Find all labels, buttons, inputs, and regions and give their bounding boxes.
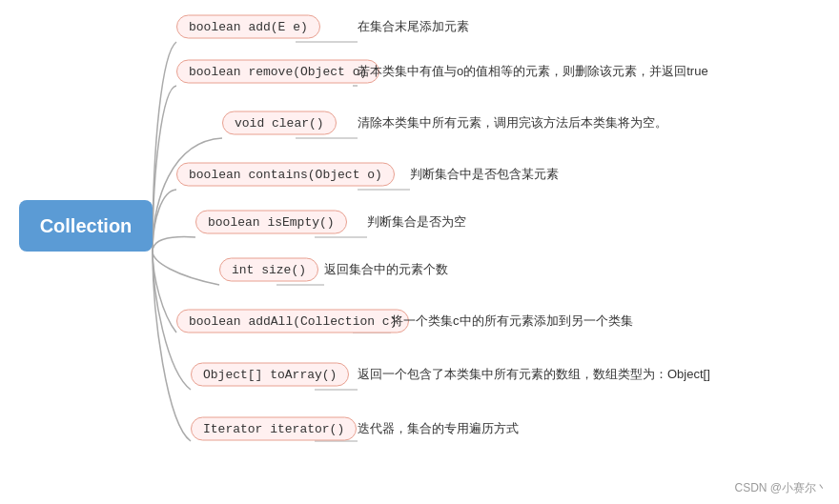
desc-addall: 将一个类集c中的所有元素添加到另一个类集 bbox=[391, 312, 633, 330]
desc-iterator: 迭代器，集合的专用遍历方式 bbox=[358, 420, 519, 437]
desc-size: 返回集合中的元素个数 bbox=[324, 261, 448, 278]
diagram-container: Collection boolean add(E e) 在集合末尾添加元素 bo… bbox=[0, 0, 839, 504]
method-contains: boolean contains(Object o) bbox=[176, 163, 395, 187]
desc-remove: 若本类集中有值与o的值相等的元素，则删除该元素，并返回true bbox=[358, 63, 708, 80]
method-add: boolean add(E e) bbox=[176, 15, 320, 39]
desc-clear: 清除本类集中所有元素，调用完该方法后本类集将为空。 bbox=[358, 114, 667, 131]
desc-isempty: 判断集合是否为空 bbox=[367, 213, 466, 231]
desc-add: 在集合末尾添加元素 bbox=[358, 18, 469, 35]
method-addall: boolean addAll(Collection c) bbox=[176, 310, 409, 333]
method-isempty: boolean isEmpty() bbox=[195, 211, 347, 234]
method-toarray: Object[] toArray() bbox=[191, 363, 349, 387]
collection-node: Collection bbox=[19, 200, 153, 252]
method-clear: void clear() bbox=[222, 111, 337, 135]
watermark: CSDN @小赛尔丶 bbox=[734, 480, 828, 496]
desc-contains: 判断集合中是否包含某元素 bbox=[410, 166, 559, 183]
collection-label: Collection bbox=[40, 215, 133, 237]
desc-toarray: 返回一个包含了本类集中所有元素的数组，数组类型为：Object[] bbox=[358, 366, 710, 383]
method-remove: boolean remove(Object o) bbox=[176, 60, 379, 84]
method-size: int size() bbox=[219, 258, 318, 282]
method-iterator: Iterator iterator() bbox=[191, 417, 357, 441]
